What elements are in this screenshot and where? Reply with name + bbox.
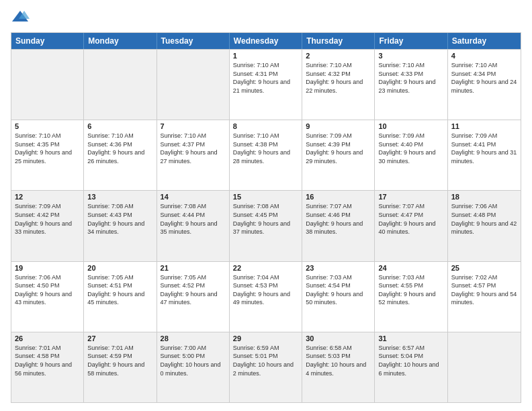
cell-info: Sunrise: 6:59 AM Sunset: 5:01 PM Dayligh… xyxy=(233,344,298,377)
calendar-cell xyxy=(84,50,157,120)
calendar-cell: 15Sunrise: 7:08 AM Sunset: 4:45 PM Dayli… xyxy=(230,191,302,261)
cell-info: Sunrise: 7:08 AM Sunset: 4:44 PM Dayligh… xyxy=(161,202,226,236)
calendar-cell: 5Sunrise: 7:10 AM Sunset: 4:35 PM Daylig… xyxy=(11,120,84,190)
calendar-row: 1Sunrise: 7:10 AM Sunset: 4:31 PM Daylig… xyxy=(11,49,521,120)
cell-info: Sunrise: 7:04 AM Sunset: 4:53 PM Dayligh… xyxy=(233,273,298,307)
day-number: 4 xyxy=(451,52,517,60)
calendar-cell: 21Sunrise: 7:05 AM Sunset: 4:52 PM Dayli… xyxy=(157,262,230,332)
cell-info: Sunrise: 7:06 AM Sunset: 4:48 PM Dayligh… xyxy=(451,202,517,236)
calendar-cell: 31Sunrise: 6:57 AM Sunset: 5:04 PM Dayli… xyxy=(375,332,447,402)
day-number: 8 xyxy=(233,122,298,130)
cell-info: Sunrise: 7:09 AM Sunset: 4:40 PM Dayligh… xyxy=(378,132,443,165)
day-number: 14 xyxy=(161,193,226,201)
cell-info: Sunrise: 7:03 AM Sunset: 4:55 PM Dayligh… xyxy=(378,273,443,307)
day-number: 29 xyxy=(233,334,298,342)
calendar-header: SundayMondayTuesdayWednesdayThursdayFrid… xyxy=(11,33,521,49)
logo-icon xyxy=(11,8,30,27)
day-number: 26 xyxy=(15,334,80,342)
day-number: 17 xyxy=(378,193,443,201)
cell-info: Sunrise: 7:07 AM Sunset: 4:46 PM Dayligh… xyxy=(306,202,371,236)
day-number: 12 xyxy=(15,193,80,201)
calendar-cell xyxy=(11,50,84,120)
day-number: 30 xyxy=(306,334,371,342)
cell-info: Sunrise: 7:10 AM Sunset: 4:35 PM Dayligh… xyxy=(15,132,80,165)
calendar-cell: 3Sunrise: 7:10 AM Sunset: 4:33 PM Daylig… xyxy=(375,50,447,120)
day-number: 31 xyxy=(378,334,443,342)
calendar-cell: 2Sunrise: 7:10 AM Sunset: 4:32 PM Daylig… xyxy=(302,50,375,120)
day-number: 6 xyxy=(87,122,152,130)
calendar-cell: 20Sunrise: 7:05 AM Sunset: 4:51 PM Dayli… xyxy=(84,262,157,332)
cell-info: Sunrise: 7:05 AM Sunset: 4:51 PM Dayligh… xyxy=(87,273,152,307)
calendar-row: 26Sunrise: 7:01 AM Sunset: 4:58 PM Dayli… xyxy=(11,332,521,402)
cell-info: Sunrise: 7:03 AM Sunset: 4:54 PM Dayligh… xyxy=(306,273,371,307)
calendar-row: 19Sunrise: 7:06 AM Sunset: 4:50 PM Dayli… xyxy=(11,261,521,332)
calendar-cell: 26Sunrise: 7:01 AM Sunset: 4:58 PM Dayli… xyxy=(11,332,84,402)
calendar-cell: 16Sunrise: 7:07 AM Sunset: 4:46 PM Dayli… xyxy=(302,191,375,261)
cell-info: Sunrise: 7:01 AM Sunset: 4:58 PM Dayligh… xyxy=(15,344,80,377)
cell-info: Sunrise: 6:57 AM Sunset: 5:04 PM Dayligh… xyxy=(378,344,443,377)
weekday-header: Saturday xyxy=(448,33,521,49)
cell-info: Sunrise: 7:09 AM Sunset: 4:39 PM Dayligh… xyxy=(306,132,371,165)
day-number: 18 xyxy=(451,193,517,201)
day-number: 28 xyxy=(161,334,226,342)
day-number: 1 xyxy=(233,52,298,60)
calendar-cell: 13Sunrise: 7:08 AM Sunset: 4:43 PM Dayli… xyxy=(84,191,157,261)
weekday-header: Wednesday xyxy=(230,33,302,49)
calendar-cell: 17Sunrise: 7:07 AM Sunset: 4:47 PM Dayli… xyxy=(375,191,447,261)
calendar-cell: 28Sunrise: 7:00 AM Sunset: 5:00 PM Dayli… xyxy=(157,332,230,402)
weekday-header: Thursday xyxy=(302,33,375,49)
calendar-cell xyxy=(157,50,230,120)
cell-info: Sunrise: 7:06 AM Sunset: 4:50 PM Dayligh… xyxy=(15,273,80,307)
day-number: 13 xyxy=(87,193,152,201)
cell-info: Sunrise: 7:02 AM Sunset: 4:57 PM Dayligh… xyxy=(451,273,517,307)
logo xyxy=(11,8,31,27)
weekday-header: Tuesday xyxy=(157,33,230,49)
day-number: 21 xyxy=(161,264,226,272)
cell-info: Sunrise: 7:10 AM Sunset: 4:37 PM Dayligh… xyxy=(161,132,226,165)
day-number: 15 xyxy=(233,193,298,201)
day-number: 9 xyxy=(306,122,371,130)
calendar-cell: 7Sunrise: 7:10 AM Sunset: 4:37 PM Daylig… xyxy=(157,120,230,190)
calendar-cell: 22Sunrise: 7:04 AM Sunset: 4:53 PM Dayli… xyxy=(230,262,302,332)
calendar-body: 1Sunrise: 7:10 AM Sunset: 4:31 PM Daylig… xyxy=(11,49,521,402)
day-number: 5 xyxy=(15,122,80,130)
day-number: 10 xyxy=(378,122,443,130)
day-number: 16 xyxy=(306,193,371,201)
cell-info: Sunrise: 7:05 AM Sunset: 4:52 PM Dayligh… xyxy=(161,273,226,307)
calendar-row: 12Sunrise: 7:09 AM Sunset: 4:42 PM Dayli… xyxy=(11,190,521,261)
calendar-cell: 6Sunrise: 7:10 AM Sunset: 4:36 PM Daylig… xyxy=(84,120,157,190)
cell-info: Sunrise: 7:08 AM Sunset: 4:45 PM Dayligh… xyxy=(233,202,298,236)
weekday-header: Friday xyxy=(375,33,447,49)
weekday-header: Monday xyxy=(84,33,157,49)
cell-info: Sunrise: 7:09 AM Sunset: 4:42 PM Dayligh… xyxy=(15,202,80,236)
day-number: 3 xyxy=(378,52,443,60)
day-number: 11 xyxy=(451,122,517,130)
calendar-cell: 29Sunrise: 6:59 AM Sunset: 5:01 PM Dayli… xyxy=(230,332,302,402)
calendar-cell: 18Sunrise: 7:06 AM Sunset: 4:48 PM Dayli… xyxy=(448,191,521,261)
calendar-cell: 1Sunrise: 7:10 AM Sunset: 4:31 PM Daylig… xyxy=(230,50,302,120)
cell-info: Sunrise: 7:10 AM Sunset: 4:36 PM Dayligh… xyxy=(87,132,152,165)
page: SundayMondayTuesdayWednesdayThursdayFrid… xyxy=(0,0,532,411)
calendar-cell: 9Sunrise: 7:09 AM Sunset: 4:39 PM Daylig… xyxy=(302,120,375,190)
cell-info: Sunrise: 7:09 AM Sunset: 4:41 PM Dayligh… xyxy=(451,132,517,165)
day-number: 25 xyxy=(451,264,517,272)
calendar-cell: 19Sunrise: 7:06 AM Sunset: 4:50 PM Dayli… xyxy=(11,262,84,332)
header xyxy=(11,8,521,27)
day-number: 20 xyxy=(87,264,152,272)
day-number: 19 xyxy=(15,264,80,272)
day-number: 22 xyxy=(233,264,298,272)
cell-info: Sunrise: 7:00 AM Sunset: 5:00 PM Dayligh… xyxy=(161,344,226,377)
calendar-cell: 27Sunrise: 7:01 AM Sunset: 4:59 PM Dayli… xyxy=(84,332,157,402)
day-number: 27 xyxy=(87,334,152,342)
cell-info: Sunrise: 7:10 AM Sunset: 4:38 PM Dayligh… xyxy=(233,132,298,165)
calendar-cell xyxy=(448,332,521,402)
cell-info: Sunrise: 7:10 AM Sunset: 4:31 PM Dayligh… xyxy=(233,61,298,95)
cell-info: Sunrise: 7:10 AM Sunset: 4:32 PM Dayligh… xyxy=(306,61,371,95)
cell-info: Sunrise: 7:10 AM Sunset: 4:34 PM Dayligh… xyxy=(451,61,517,95)
calendar-cell: 12Sunrise: 7:09 AM Sunset: 4:42 PM Dayli… xyxy=(11,191,84,261)
day-number: 23 xyxy=(306,264,371,272)
cell-info: Sunrise: 7:10 AM Sunset: 4:33 PM Dayligh… xyxy=(378,61,443,95)
day-number: 7 xyxy=(161,122,226,130)
cell-info: Sunrise: 6:58 AM Sunset: 5:03 PM Dayligh… xyxy=(306,344,371,377)
calendar-cell: 24Sunrise: 7:03 AM Sunset: 4:55 PM Dayli… xyxy=(375,262,447,332)
